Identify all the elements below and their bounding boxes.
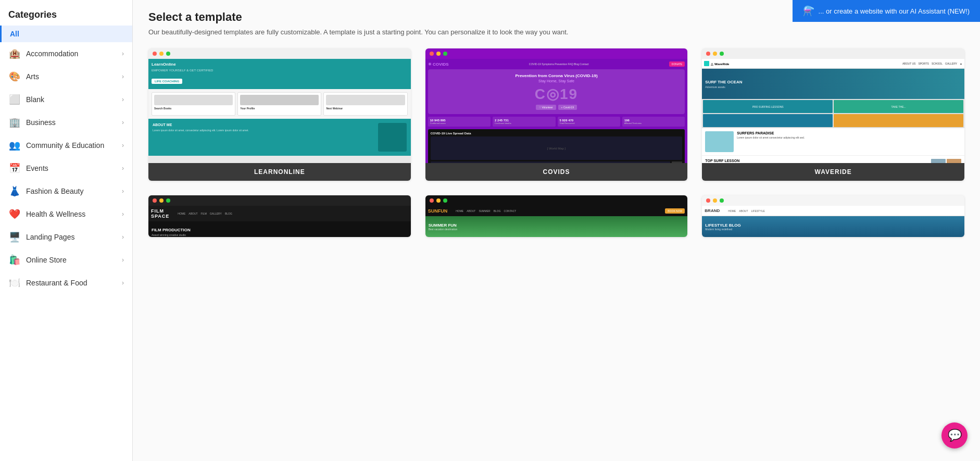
template-preview-third: BRAND HOMEABOUTLIFESTYLE LIFESTYLE BLOG … [702,195,964,237]
sidebar-item-fashion-beauty[interactable]: 👗 Fashion & Beauty › [0,180,132,203]
window-dots [148,48,411,59]
sidebar-item-restaurant-food[interactable]: 🍽️ Restaurant & Food › [0,271,132,294]
dot-yellow-waveride [713,52,717,56]
dot-green-waveride [720,52,724,56]
sidebar-title: Categories [0,0,132,26]
business-chevron: › [122,119,124,126]
landing-pages-icon: 🖥️ [8,231,21,243]
arts-label: Arts [26,72,39,81]
template-preview-learnonline: LearnOnline EMPOWER YOURSELF & GET CERTI… [148,48,411,163]
events-icon: 📅 [8,162,21,175]
ai-banner-text: ... or create a website with our AI Assi… [819,7,970,15]
main-content: Select a template Our beautifully-design… [133,0,980,461]
template-card-sunfun[interactable]: SUNFUN HOMEABOUTSUMMERBLOGCONTACT BOOK N… [425,195,688,237]
restaurant-food-icon: 🍽️ [8,277,21,289]
template-label-learnonline: LEARNONLINE [148,163,411,181]
template-preview-waveride: △ WaveRide ABOUT USSPORTSSCHOOLGALLERY▲ … [702,48,964,163]
chat-icon: 💬 [948,429,962,442]
sidebar-item-community-education[interactable]: 👥 Community & Education › [0,134,132,157]
health-wellness-label: Health & Wellness [26,210,85,218]
template-label-waveride: WAVERIDE [702,163,964,181]
community-education-label: Community & Education [26,141,104,149]
template-label-covids: COVIDS [425,163,688,181]
restaurant-food-chevron: › [122,279,124,286]
dot-red [153,52,157,56]
business-label: Business [26,118,56,127]
sidebar-item-landing-pages[interactable]: 🖥️ Landing Pages › [0,226,132,248]
template-grid: LearnOnline EMPOWER YOURSELF & GET CERTI… [148,48,964,237]
sidebar-item-all[interactable]: All [0,26,132,42]
community-education-icon: 👥 [8,139,21,152]
landing-pages-chevron: › [122,233,124,241]
community-education-chevron: › [122,142,124,149]
window-dots-covids [425,48,688,59]
sidebar-item-health-wellness[interactable]: ❤️ Health & Wellness › [0,203,132,226]
template-preview-sunfun: SUNFUN HOMEABOUTSUMMERBLOGCONTACT BOOK N… [425,195,688,237]
template-preview-covids: ✳ COVIDS COVID-19 Symptoms Prevention FA… [425,48,688,163]
template-card-learnonline[interactable]: LearnOnline EMPOWER YOURSELF & GET CERTI… [148,48,411,181]
dot-green-covids [443,52,447,56]
events-label: Events [26,164,48,172]
accommodation-chevron: › [122,50,124,57]
sidebar-item-accommodation[interactable]: 🏨 Accommodation › [0,42,132,65]
dot-yellow [159,52,164,56]
dot-yellow-covids [436,52,441,56]
landing-pages-label: Landing Pages [26,233,74,241]
sidebar-item-arts[interactable]: 🎨 Arts › [0,65,132,88]
business-icon: 🏢 [8,116,21,129]
events-chevron: › [122,165,124,172]
ai-assistant-banner[interactable]: ⚗️ ... or create a website with our AI A… [793,0,980,22]
template-card-filmspace[interactable]: FILMSPACE HOMEABOUTFILMGALLERYBLOG FILM … [148,195,411,237]
window-dots-waveride [702,48,964,59]
dot-green [166,52,170,56]
online-store-chevron: › [122,256,124,264]
page-subtitle: Our beautifully-designed templates are f… [148,28,964,36]
fashion-beauty-icon: 👗 [8,185,21,197]
restaurant-food-label: Restaurant & Food [26,279,87,287]
arts-icon: 🎨 [8,70,21,83]
template-card-third-partial[interactable]: BRAND HOMEABOUTLIFESTYLE LIFESTYLE BLOG … [702,195,964,237]
dot-red-waveride [706,52,710,56]
health-wellness-icon: ❤️ [8,208,21,220]
dot-red-covids [430,52,434,56]
accommodation-icon: 🏨 [8,47,21,60]
arts-chevron: › [122,73,124,80]
blank-chevron: › [122,96,124,103]
flask-icon: ⚗️ [803,5,814,17]
template-card-waveride[interactable]: △ WaveRide ABOUT USSPORTSSCHOOLGALLERY▲ … [702,48,964,181]
sidebar-item-business[interactable]: 🏢 Business › [0,111,132,134]
blank-label: Blank [26,95,44,104]
template-preview-filmspace: FILMSPACE HOMEABOUTFILMGALLERYBLOG FILM … [148,195,411,237]
online-store-icon: 🛍️ [8,254,21,266]
fashion-beauty-chevron: › [122,188,124,195]
fashion-beauty-label: Fashion & Beauty [26,187,84,195]
sidebar-item-blank[interactable]: ⬜ Blank › [0,88,132,111]
health-wellness-chevron: › [122,210,124,218]
blank-icon: ⬜ [8,93,21,106]
chat-button[interactable]: 💬 [941,422,968,448]
accommodation-label: Accommodation [26,49,78,58]
sidebar-items-list: 🏨 Accommodation › 🎨 Arts › ⬜ Blank › 🏢 B… [0,42,132,294]
sidebar: Categories All 🏨 Accommodation › 🎨 Arts … [0,0,133,461]
sidebar-item-online-store[interactable]: 🛍️ Online Store › [0,248,132,271]
online-store-label: Online Store [26,256,67,264]
sidebar-item-events[interactable]: 📅 Events › [0,157,132,180]
template-card-covids[interactable]: ✳ COVIDS COVID-19 Symptoms Prevention FA… [425,48,688,181]
